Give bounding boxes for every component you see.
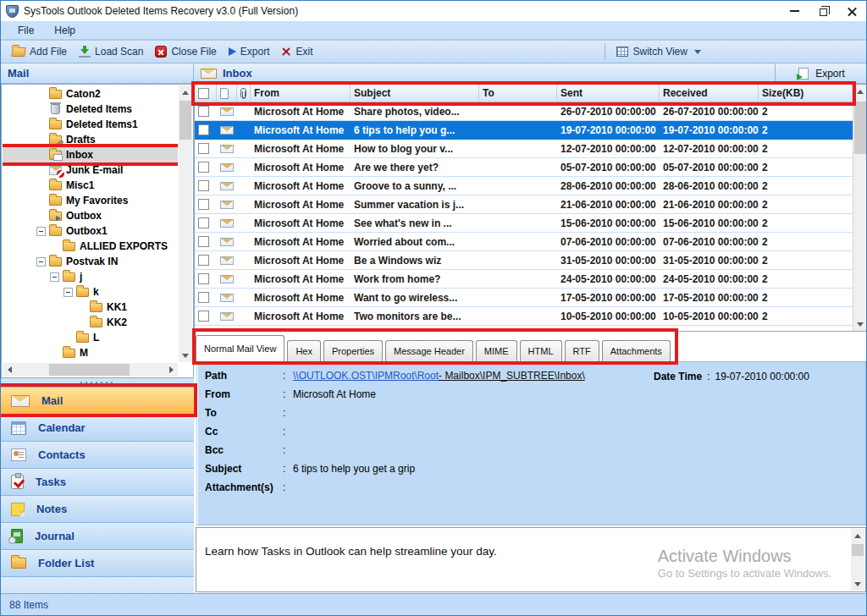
tab-html[interactable]: HTML — [520, 340, 562, 361]
scrollbar-thumb[interactable] — [49, 364, 130, 376]
minimize-button[interactable] — [780, 1, 809, 21]
toolbar-button-close-file[interactable]: Close File — [149, 41, 222, 62]
tab-rtf[interactable]: RTF — [565, 340, 599, 361]
row-checkbox[interactable] — [198, 255, 209, 266]
tree-item-postvak-in[interactable]: Postvak IN — [3, 254, 178, 269]
email-row[interactable]: Microsoft At HomeSee what's new in ...15… — [195, 214, 853, 233]
close-button[interactable] — [837, 1, 866, 21]
toolbar-button-exit[interactable]: Exit — [275, 41, 318, 62]
row-checkbox[interactable] — [198, 236, 209, 247]
column-header-to[interactable]: To — [479, 85, 557, 102]
select-all-cell[interactable] — [195, 85, 217, 102]
body-vertical-scrollbar[interactable] — [851, 529, 864, 591]
nav-item-contacts[interactable]: Contacts — [1, 441, 194, 468]
email-row[interactable]: Microsoft At HomeBe a Windows wiz31-05-2… — [195, 251, 853, 270]
switch-view-button[interactable]: Switch View — [610, 41, 706, 62]
tab-mime[interactable]: MIME — [476, 340, 517, 361]
email-row[interactable]: Microsoft At HomeWork from home?24-05-20… — [195, 270, 853, 289]
tree-horizontal-scrollbar[interactable] — [3, 363, 178, 377]
email-row[interactable]: Microsoft At HomeHow to blog your v...12… — [195, 140, 853, 158]
scrollbar-thumb[interactable] — [854, 102, 866, 154]
nav-item-folder-list[interactable]: Folder List — [1, 549, 194, 576]
scroll-up-icon[interactable] — [179, 85, 192, 99]
tree-item-deleted-items[interactable]: Deleted Items — [3, 102, 178, 117]
toolbar-button-load-scan[interactable]: Load Scan — [73, 41, 149, 62]
nav-item-notes[interactable]: Notes — [1, 495, 194, 522]
row-checkbox[interactable] — [198, 106, 209, 117]
tree-item-k[interactable]: k — [3, 284, 178, 300]
row-checkbox[interactable] — [198, 329, 209, 331]
collapse-toggle-icon[interactable] — [36, 257, 46, 267]
row-checkbox[interactable] — [198, 311, 209, 322]
scrollbar-thumb[interactable] — [179, 101, 191, 140]
tree-item-caton2[interactable]: Caton2 — [3, 86, 178, 102]
email-row[interactable]: Microsoft At HomeSummer vacation is j...… — [195, 195, 853, 214]
menu-item-help[interactable]: Help — [44, 21, 86, 39]
scroll-down-icon[interactable] — [179, 349, 192, 362]
collapse-toggle-icon[interactable] — [64, 288, 73, 297]
tree-item-l[interactable]: L — [3, 330, 178, 345]
tab-attachments[interactable]: Attachments — [602, 340, 671, 361]
restore-button[interactable] — [809, 1, 837, 21]
row-checkbox[interactable] — [198, 124, 209, 135]
scroll-up-icon[interactable] — [851, 529, 864, 542]
email-row-partial[interactable] — [195, 326, 853, 331]
tree-item-outbox1[interactable]: Outbox1 — [3, 223, 178, 239]
column-header-subject[interactable]: Subject — [351, 85, 479, 102]
email-row[interactable]: Microsoft At HomeWant to go wireless...1… — [195, 289, 853, 307]
tree-item-junk-e-mail[interactable]: Junk E-mail — [3, 162, 178, 178]
row-checkbox[interactable] — [198, 292, 209, 303]
attachment-column[interactable] — [237, 85, 251, 102]
row-checkbox[interactable] — [198, 273, 209, 284]
tab-normal-mail-view[interactable]: Normal Mail View — [196, 335, 284, 361]
tree-item-kk2[interactable]: KK2 — [3, 315, 178, 330]
export-button[interactable]: Export — [775, 63, 867, 83]
email-row[interactable]: Microsoft At HomeGroove to a sunny, ...2… — [195, 177, 853, 195]
email-row[interactable]: Microsoft At Home6 tips to help you g...… — [195, 121, 853, 140]
toolbar-button-export[interactable]: Export — [223, 41, 276, 62]
row-checkbox[interactable] — [198, 180, 209, 191]
list-vertical-scrollbar[interactable] — [853, 85, 867, 331]
row-checkbox[interactable] — [198, 162, 209, 173]
tree-item-allied-exports[interactable]: ALLIED EXPORTS — [3, 239, 178, 254]
tree-item-j[interactable]: j — [3, 269, 178, 284]
nav-item-tasks[interactable]: Tasks — [1, 468, 194, 495]
tab-message-header[interactable]: Message Header — [385, 340, 473, 361]
scrollbar-thumb[interactable] — [852, 544, 864, 556]
collapse-toggle-icon[interactable] — [50, 272, 59, 282]
column-header-size-kb[interactable]: Size(KB) — [759, 85, 853, 102]
row-checkbox[interactable] — [198, 217, 209, 228]
tree-vertical-scrollbar[interactable] — [179, 85, 192, 362]
scroll-up-icon[interactable] — [853, 85, 867, 98]
tree-item-deleted-items1[interactable]: Deleted Items1 — [3, 117, 178, 132]
tree-item-kk1[interactable]: KK1 — [3, 300, 178, 315]
toolbar-button-add-file[interactable]: Add File — [6, 41, 73, 62]
column-header-sent[interactable]: Sent — [557, 85, 660, 102]
tab-hex[interactable]: Hex — [287, 340, 321, 361]
column-header-received[interactable]: Received — [660, 85, 759, 102]
nav-item-journal[interactable]: Journal — [1, 522, 194, 549]
tree-item-drafts[interactable]: Drafts — [3, 132, 178, 147]
scroll-left-icon[interactable] — [3, 363, 16, 377]
scroll-right-icon[interactable] — [164, 363, 178, 377]
collapse-toggle-icon[interactable] — [36, 227, 46, 236]
email-row[interactable]: Microsoft At HomeTwo monitors are be...1… — [195, 307, 853, 326]
item-type-column[interactable] — [217, 85, 237, 102]
tree-item-misc1[interactable]: Misc1 — [3, 178, 178, 193]
nav-item-mail[interactable]: Mail — [1, 387, 194, 414]
row-checkbox[interactable] — [198, 199, 209, 210]
panel-splitter[interactable] — [1, 378, 194, 387]
scroll-down-icon[interactable] — [853, 317, 867, 331]
column-header-from[interactable]: From — [251, 85, 351, 102]
tree-item-my-favorites[interactable]: My Favorites — [3, 193, 178, 208]
tab-properties[interactable]: Properties — [323, 340, 383, 361]
tree-item-outbox[interactable]: Outbox — [3, 208, 178, 223]
email-row[interactable]: Microsoft At HomeAre we there yet?05-07-… — [195, 158, 853, 177]
email-row[interactable]: Microsoft At HomeShare photos, video...2… — [195, 102, 853, 121]
menu-item-file[interactable]: File — [8, 21, 44, 39]
nav-item-calendar[interactable]: Calendar — [1, 414, 194, 441]
email-row[interactable]: Microsoft At HomeWorried about com...07-… — [195, 233, 853, 251]
scroll-down-icon[interactable] — [851, 577, 864, 591]
select-all-checkbox[interactable] — [198, 88, 209, 99]
path-link[interactable]: \\OUTLOOK.OST\IPMRoot\Root — [293, 370, 439, 382]
